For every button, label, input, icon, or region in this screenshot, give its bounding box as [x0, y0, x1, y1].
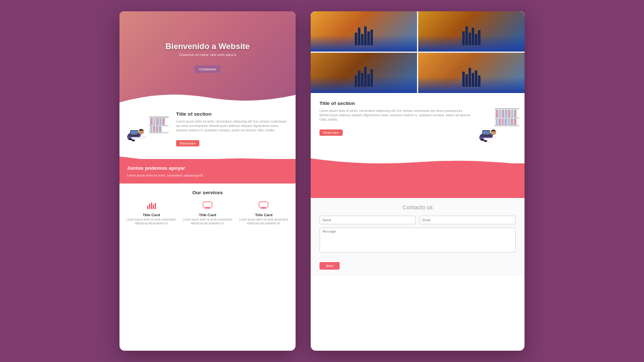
right-section-content: Title of section Lorem ipsum dolor sit a… — [311, 93, 525, 161]
pink-section-body: Lorem ipsum dolor sit amet, consectetur … — [127, 173, 288, 177]
photo-cell-2 — [418, 11, 525, 52]
svg-rect-45 — [508, 119, 510, 126]
svg-rect-48 — [494, 125, 519, 126]
hero-subtitle: Creamos el mejor sitio web para ti — [165, 53, 250, 57]
svg-rect-44 — [504, 119, 507, 126]
svg-rect-23 — [153, 204, 154, 209]
svg-rect-32 — [494, 108, 519, 109]
svg-rect-47 — [514, 119, 516, 126]
service-icon-3 — [238, 200, 289, 211]
svg-rect-42 — [498, 119, 501, 126]
svg-rect-38 — [511, 110, 514, 118]
section-text-block: Title of section Lorem ipsum dolor sit a… — [176, 111, 289, 147]
svg-rect-21 — [149, 204, 150, 209]
svg-rect-36 — [505, 110, 508, 118]
svg-rect-3 — [156, 118, 158, 125]
section-body: Lorem ipsum dolor sit amet, consectetur … — [176, 119, 289, 133]
svg-rect-39 — [514, 110, 516, 118]
illustration-svg — [126, 110, 170, 145]
contact-name-email-row — [319, 216, 516, 224]
right-illustration-svg — [478, 101, 522, 151]
right-text-block: Title of section Lorem ipsum dolor sit a… — [319, 101, 472, 136]
svg-rect-0 — [149, 116, 169, 118]
svg-rect-20 — [147, 206, 148, 209]
service-icon-2 — [182, 200, 233, 211]
skyline-2 — [418, 26, 525, 45]
photo-cell-3 — [311, 53, 417, 93]
svg-point-56 — [484, 140, 487, 142]
svg-rect-9 — [156, 126, 158, 133]
svg-rect-7 — [150, 126, 153, 133]
svg-rect-34 — [499, 110, 501, 118]
contact-submit-button[interactable]: Send — [319, 262, 340, 270]
svg-point-19 — [132, 140, 135, 141]
svg-rect-6 — [149, 125, 169, 126]
svg-rect-33 — [496, 110, 498, 118]
contact-message-textarea[interactable] — [319, 228, 516, 253]
svg-rect-5 — [162, 118, 165, 125]
services-title: Our services — [126, 190, 289, 195]
svg-rect-2 — [153, 118, 156, 125]
service-card-2: Title Card Lorem ipsum dolor sit amet co… — [182, 200, 233, 226]
svg-rect-46 — [511, 119, 513, 126]
svg-rect-43 — [502, 119, 504, 126]
right-section-body: Lorem ipsum dolor sit amet, consectetur … — [319, 109, 472, 122]
skyline-1 — [311, 26, 417, 45]
svg-rect-41 — [496, 119, 498, 126]
right-section-title: Title of section — [319, 101, 472, 106]
svg-rect-35 — [502, 110, 504, 118]
section-with-illustration: Title of section Lorem ipsum dolor sit a… — [119, 102, 296, 155]
contact-name-input[interactable] — [319, 216, 416, 224]
svg-point-18 — [128, 138, 131, 140]
svg-rect-26 — [203, 202, 212, 207]
photo-cell-1 — [311, 11, 417, 52]
hero-section: Bienvenido a Website Creamos el mejor si… — [119, 11, 296, 102]
photo-cell-4 — [418, 53, 525, 93]
service-card-title-2: Title Card — [182, 213, 233, 217]
section-title: Title of section — [176, 111, 289, 117]
main-container: Bienvenido a Website Creamos el mejor si… — [107, 0, 537, 362]
service-card-body-2: Lorem ipsum dolor sit amet consectetur a… — [182, 218, 233, 226]
hero-wave — [119, 90, 296, 102]
services-grid: Title Card Lorem ipsum dolor sit amet co… — [126, 200, 289, 226]
pink-section-title: Juntos podemos apoyar — [127, 165, 288, 171]
svg-rect-8 — [153, 126, 155, 133]
right-pink-section-wrapper — [311, 163, 525, 198]
svg-rect-53 — [483, 131, 490, 134]
svg-point-55 — [480, 139, 484, 141]
svg-rect-40 — [494, 118, 519, 119]
svg-rect-24 — [155, 203, 156, 209]
right-pink-section — [311, 163, 525, 198]
pink-section-wrapper: Juntos podemos apoyar Lorem ipsum dolor … — [119, 159, 296, 184]
service-card-1: Title Card Lorem ipsum dolor sit amet co… — [126, 200, 177, 226]
svg-rect-11 — [149, 132, 169, 133]
right-bookshelf-illustration — [478, 101, 516, 153]
service-icon-1 — [126, 200, 177, 211]
svg-rect-37 — [508, 110, 510, 118]
service-card-title-1: Title Card — [126, 213, 177, 217]
svg-rect-22 — [151, 202, 152, 209]
service-card-body-1: Lorem ipsum dolor sit amet consectetur a… — [126, 218, 177, 226]
right-page-card: Title of section Lorem ipsum dolor sit a… — [311, 11, 525, 351]
hero-content: Bienvenido a Website Creamos el mejor si… — [165, 41, 250, 73]
svg-rect-29 — [259, 202, 268, 207]
right-section-read-more-button[interactable]: Read more — [319, 129, 343, 136]
section-illustration — [126, 110, 170, 148]
svg-rect-1 — [150, 118, 153, 125]
svg-rect-16 — [131, 131, 138, 134]
service-card-body-3: Lorem ipsum dolor sit amet consectetur a… — [238, 218, 289, 226]
contact-title: Contacto us — [319, 204, 516, 211]
pink-wave-section: Juntos podemos apoyar Lorem ipsum dolor … — [119, 159, 296, 184]
svg-rect-10 — [159, 126, 162, 133]
left-page-card: Bienvenido a Website Creamos el mejor si… — [119, 11, 296, 351]
service-card-title-3: Title Card — [238, 213, 289, 217]
skyline-4 — [418, 68, 525, 87]
hero-title: Bienvenido a Website — [165, 41, 250, 51]
contact-section: Contacto us Send — [311, 198, 525, 276]
svg-rect-4 — [159, 118, 162, 125]
contact-email-input[interactable] — [419, 216, 516, 224]
services-section: Our services Title Card Lorem ipsum dolo… — [119, 184, 296, 233]
section-read-more-button[interactable]: Read more — [176, 140, 199, 146]
hero-cta-button[interactable]: Contáctame — [194, 65, 221, 73]
skyline-3 — [311, 67, 417, 87]
